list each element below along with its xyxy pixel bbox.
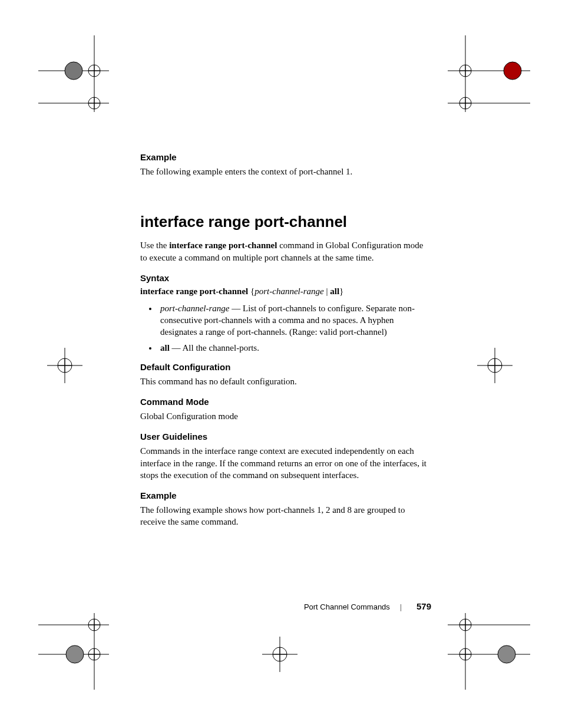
svg-point-9 <box>65 62 82 80</box>
example1-heading: Example <box>140 152 429 162</box>
guidelines-text: Commands in the interface range context … <box>140 445 429 481</box>
registration-mark-icon <box>448 613 530 690</box>
example1-text: The following example enters the context… <box>140 166 429 177</box>
footer-page-number: 579 <box>416 601 431 611</box>
svg-point-6 <box>88 97 100 109</box>
syntax-cmd: interface range port-channel <box>140 286 248 296</box>
svg-point-16 <box>459 97 471 109</box>
bullet1-term: port-channel-range <box>160 304 229 313</box>
svg-point-13 <box>459 65 471 77</box>
footer-chapter: Port Channel Commands <box>304 602 390 611</box>
footer-separator: | <box>400 602 402 611</box>
svg-point-48 <box>459 619 471 631</box>
registration-mark-icon <box>47 348 82 383</box>
syntax-pipe: | <box>324 286 330 296</box>
defaultcfg-heading: Default Configuration <box>140 362 429 372</box>
list-item: port-channel-range — List of port-channe… <box>158 302 429 338</box>
svg-point-22 <box>58 358 72 373</box>
svg-point-36 <box>88 648 100 660</box>
svg-point-42 <box>273 647 287 661</box>
list-item: all — All the channel-ports. <box>158 342 429 354</box>
syntax-line: interface range port-channel {port-chann… <box>140 286 429 297</box>
bullet2-rest: — All the channel-ports. <box>170 343 259 353</box>
svg-point-3 <box>88 65 100 77</box>
guidelines-heading: User Guidelines <box>140 431 429 442</box>
svg-point-19 <box>504 62 521 80</box>
syntax-param: port-channel-range <box>254 286 323 296</box>
registration-mark-icon <box>477 348 513 383</box>
page-content: Example The following example enters the… <box>140 152 429 538</box>
svg-point-39 <box>66 645 84 663</box>
syntax-bullets: port-channel-range — List of port-channe… <box>140 302 429 354</box>
example2-text: The following example shows how port-cha… <box>140 504 429 528</box>
command-title: interface range port-channel <box>140 213 429 231</box>
intro-prefix: Use the <box>140 241 169 250</box>
registration-mark-icon <box>38 613 109 690</box>
example2-heading: Example <box>140 490 429 500</box>
svg-point-51 <box>459 648 471 660</box>
cmdmode-heading: Command Mode <box>140 397 429 407</box>
page-footer: Port Channel Commands | 579 <box>0 601 562 612</box>
bullet2-term: all <box>160 343 170 353</box>
defaultcfg-text: This command has no default configuratio… <box>140 375 429 387</box>
syntax-heading: Syntax <box>140 273 429 283</box>
command-intro: Use the interface range port-channel com… <box>140 239 429 263</box>
syntax-open: { <box>248 286 254 296</box>
registration-mark-icon <box>448 35 530 112</box>
svg-point-54 <box>498 645 515 663</box>
syntax-close: } <box>339 286 343 296</box>
intro-bold: interface range port-channel <box>169 241 277 250</box>
svg-point-27 <box>488 358 502 373</box>
registration-mark-icon <box>262 637 297 672</box>
syntax-all: all <box>330 286 339 296</box>
svg-point-33 <box>88 619 100 631</box>
registration-mark-icon <box>38 35 109 112</box>
cmdmode-text: Global Configuration mode <box>140 410 429 422</box>
